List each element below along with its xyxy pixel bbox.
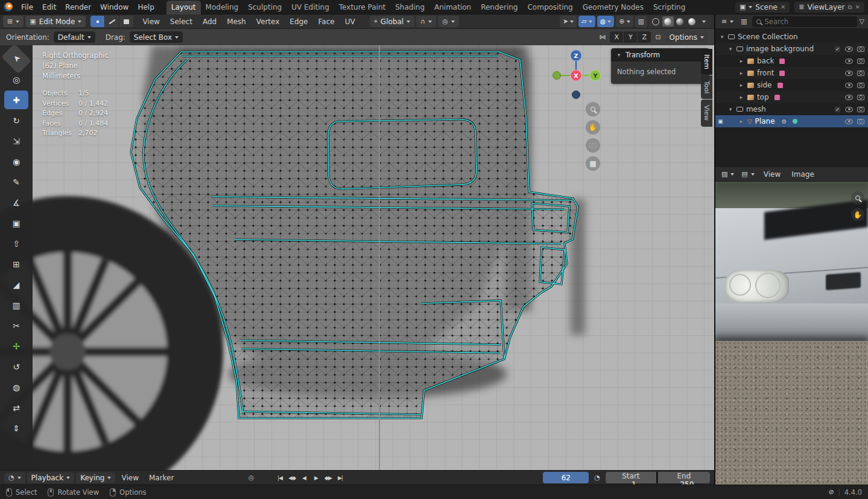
menu-edge[interactable]: Edge [285, 17, 312, 26]
image-selector-dropdown[interactable]: ▤ [739, 168, 756, 180]
tab-item[interactable]: Item [701, 49, 712, 75]
end-frame-field[interactable]: End 250 [658, 472, 710, 483]
loop-cut-tool[interactable]: ▥ [4, 296, 28, 314]
shading-wireframe-button[interactable] [650, 16, 662, 27]
menu-mesh[interactable]: Mesh [223, 17, 250, 26]
eye-icon[interactable] [845, 107, 853, 112]
outliner-row-top[interactable]: ▸ top [715, 91, 868, 103]
collapse-icon[interactable]: ▾ [727, 46, 733, 52]
menu-view[interactable]: View [117, 474, 142, 482]
camera-view-button[interactable] [586, 138, 600, 153]
unlink-icon[interactable]: ✕ [781, 4, 785, 10]
collapse-icon[interactable]: ▾ [719, 34, 725, 40]
viewlayer-selector[interactable]: ≣ ViewLayer ⧉ ✕ [794, 2, 864, 13]
menu-face[interactable]: Face [314, 17, 339, 26]
navigation-gizmo[interactable]: Z Y X [553, 50, 601, 99]
eye-icon[interactable] [845, 46, 853, 52]
filter-icon[interactable]: ▽ [860, 18, 864, 25]
outliner-row-image-background[interactable]: ▾ image background [715, 43, 868, 55]
outliner-search[interactable] [752, 16, 857, 27]
play-reverse-button[interactable]: ◀ [298, 472, 309, 483]
menu-render[interactable]: Render [61, 3, 95, 11]
workspace-tab-texture-paint[interactable]: Texture Paint [334, 1, 390, 14]
outliner-row-back[interactable]: ▸ back [715, 55, 868, 67]
outliner-row-side[interactable]: ▸ side [715, 79, 868, 91]
xray-dropdown[interactable]: ▱ [578, 16, 595, 27]
workspace-tab-shading[interactable]: Shading [390, 1, 429, 14]
timeline-editor-dropdown[interactable]: ◔ [4, 472, 25, 483]
outliner-row-mesh[interactable]: ▾ mesh [715, 103, 868, 115]
checkbox-icon[interactable] [834, 46, 841, 52]
menu-file[interactable]: File [17, 3, 37, 11]
selectability-dropdown[interactable]: ➤ [560, 16, 577, 27]
snapping-dropdown[interactable]: ∩ [416, 16, 436, 27]
wrench-modifier-icon[interactable]: ⚙ [782, 118, 787, 125]
transform-panel-header[interactable]: ▾ Transform ∷ [611, 48, 709, 62]
vertex-select-mode-button[interactable] [90, 16, 104, 27]
gizmos-dropdown[interactable]: ⊕ [616, 16, 633, 27]
shrink-fatten-tool[interactable]: ⇕ [4, 419, 28, 437]
move-tool[interactable]: ✚ [4, 91, 28, 109]
transform-orientation-dropdown[interactable]: ⌖ Global [370, 16, 414, 27]
menu-add[interactable]: Add [198, 17, 221, 26]
previous-keyframe-button[interactable]: ◀◆ [286, 472, 297, 483]
outliner-row-scene-collection[interactable]: ▾ Scene Collection [715, 31, 868, 43]
outliner-row-plane[interactable]: ▣ ▸ ▽ Plane ⚙ [715, 115, 868, 127]
transform-tool[interactable]: ◉ [4, 152, 28, 171]
smooth-tool[interactable]: ◍ [4, 378, 28, 396]
camera-icon[interactable] [857, 107, 864, 112]
display-mode-dropdown[interactable]: ▥ [738, 16, 749, 27]
eye-icon[interactable] [845, 119, 853, 124]
network-icon[interactable]: ⊘ [829, 489, 834, 495]
workspace-tab-rendering[interactable]: Rendering [476, 1, 522, 14]
zoom-button[interactable] [851, 191, 864, 205]
mirror-z-button[interactable]: Z [638, 31, 651, 43]
tab-view[interactable]: View [701, 100, 712, 126]
menu-marker[interactable]: Marker [145, 474, 178, 482]
play-button[interactable]: ▶ [310, 472, 322, 483]
eye-icon[interactable] [845, 83, 853, 88]
orientation-dropdown[interactable]: Default [54, 31, 95, 43]
editor-type-dropdown[interactable]: ⊞ [3, 16, 24, 27]
expand-icon[interactable]: ▸ [738, 82, 744, 88]
measure-tool[interactable]: ∡ [4, 193, 28, 212]
editor-type-dropdown[interactable]: ≡ [719, 16, 736, 27]
grid-ortho-button[interactable]: ▦ [586, 156, 600, 171]
blender-logo-icon[interactable] [4, 2, 13, 11]
menu-view[interactable]: View [759, 170, 785, 179]
rotate-tool[interactable]: ↻ [4, 111, 28, 130]
bevel-tool[interactable]: ◢ [4, 275, 28, 294]
expand-icon[interactable]: ▸ [738, 118, 744, 124]
mirror-y-button[interactable]: Y [624, 31, 637, 43]
playback-dropdown[interactable]: Playback [27, 472, 75, 483]
collapse-icon[interactable]: ▾ [727, 106, 733, 112]
spin-tool[interactable]: ↺ [4, 357, 28, 376]
edge-slide-tool[interactable]: ⇄ [4, 398, 28, 417]
keying-dropdown[interactable]: Keying [76, 472, 115, 483]
face-select-mode-button[interactable] [119, 16, 133, 27]
menu-image[interactable]: Image [787, 170, 819, 179]
current-frame-field[interactable]: 62 [543, 472, 589, 483]
expand-icon[interactable]: ▸ [738, 58, 744, 64]
copy-icon[interactable]: ⧉ [847, 4, 852, 10]
camera-icon[interactable] [857, 59, 864, 64]
poly-build-tool[interactable]: ✢ [4, 337, 28, 355]
zoom-button[interactable] [586, 102, 600, 116]
shading-material-button[interactable] [674, 16, 686, 27]
camera-icon[interactable] [857, 71, 864, 76]
workspace-tab-compositing[interactable]: Compositing [522, 1, 577, 14]
knife-tool[interactable]: ✂ [4, 316, 28, 335]
expand-icon[interactable]: ▸ [738, 94, 744, 100]
eye-icon[interactable] [845, 59, 853, 64]
search-input[interactable] [765, 17, 853, 26]
cursor-tool[interactable]: ◎ [4, 70, 28, 89]
overlays-dropdown[interactable]: ◍ [597, 16, 615, 27]
workspace-tab-geometry-nodes[interactable]: Geometry Nodes [578, 1, 648, 14]
annotate-tool[interactable]: ✎ [4, 173, 28, 191]
camera-icon[interactable] [857, 46, 864, 52]
image-editor-view[interactable]: ✋ [715, 182, 868, 485]
workspace-tab-layout[interactable]: Layout [166, 1, 201, 14]
camera-icon[interactable] [857, 83, 864, 88]
jump-to-start-button[interactable]: |◀ [274, 472, 285, 483]
expand-icon[interactable]: ▸ [738, 70, 744, 76]
